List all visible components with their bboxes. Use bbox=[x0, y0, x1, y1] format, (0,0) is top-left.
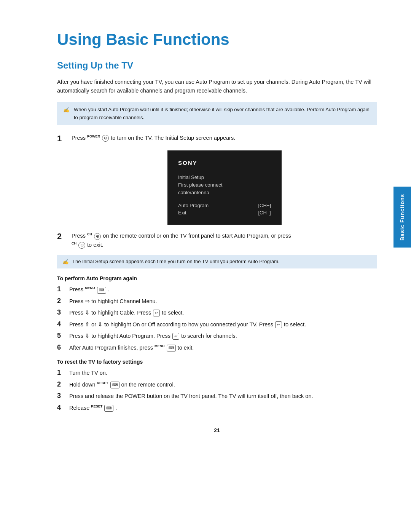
li-num: 2 bbox=[57, 380, 65, 389]
ch-label-top: CH bbox=[87, 233, 92, 236]
tv-menu-col-right: [CH+] [CH–] bbox=[258, 203, 271, 216]
list-item: 1 Press MENU ⌨ . bbox=[57, 285, 377, 294]
step-2-content: Press CH ⊕ on the remote control or on t… bbox=[72, 232, 377, 249]
li-content: Press ⇑ or ⇓ to highlight On or Off acco… bbox=[69, 320, 377, 329]
menu-label-sup: MENU bbox=[85, 286, 95, 290]
tv-line3: cable/antenna bbox=[178, 189, 271, 197]
tv-menu-autoprog: Auto Program bbox=[178, 203, 209, 208]
power-label: POWER bbox=[87, 134, 100, 138]
list-item: 4 Press ⇑ or ⇓ to highlight On or Off ac… bbox=[57, 320, 377, 329]
list-item: 2 Hold down RESET ⌨ on the remote contro… bbox=[57, 380, 377, 389]
step-1-text: to turn on the TV. The Initial Setup scr… bbox=[111, 135, 235, 141]
tv-ch-minus: [CH–] bbox=[258, 210, 271, 216]
note-box-2: ✍ The Initial Setup screen appears each … bbox=[57, 255, 377, 269]
ch-minus-icon: ⊖ bbox=[78, 242, 85, 249]
menu-label-sup2: MENU bbox=[155, 344, 165, 348]
menu-btn-icon: ⌨ bbox=[97, 287, 106, 294]
factory-reset-list: 1 Turn the TV on. 2 Hold down RESET ⌨ on… bbox=[57, 369, 377, 412]
intro-paragraph: After you have finished connecting your … bbox=[57, 78, 377, 95]
page-main-title: Using Basic Functions bbox=[57, 30, 377, 49]
li-num: 5 bbox=[57, 332, 65, 340]
reset-label-sup: RESET bbox=[97, 381, 108, 385]
tv-screen: SONY Initial Setup First please connect … bbox=[167, 150, 282, 225]
li-num: 1 bbox=[57, 369, 65, 377]
step-2-text: on the remote control or on the TV front… bbox=[103, 233, 291, 239]
list-item: 3 Press and release the POWER button on … bbox=[57, 392, 377, 400]
step-2-row: 2 Press CH ⊕ on the remote control or on… bbox=[57, 232, 377, 249]
step-1-section: 1 Press POWER ⊙ to turn on the TV. The I… bbox=[57, 134, 377, 225]
tv-brand: SONY bbox=[178, 160, 271, 166]
step-2-exit: to exit. bbox=[87, 242, 104, 248]
sub-heading-factory-reset: To reset the TV to factory settings bbox=[57, 359, 377, 365]
sub-heading-auto-program: To perform Auto Program again bbox=[57, 275, 377, 281]
select-btn-4: ↩ bbox=[275, 321, 282, 328]
li-content: Release RESET ⌨ . bbox=[69, 404, 377, 412]
side-tab-basic-functions: Basic Functions bbox=[393, 187, 411, 248]
li-content: After Auto Program finishes, press MENU … bbox=[69, 343, 377, 352]
li-content: Press MENU ⌨ . bbox=[69, 285, 377, 294]
note-icon-1: ✍ bbox=[63, 106, 70, 114]
tv-menu-exit: Exit bbox=[178, 210, 209, 216]
section-title-setup: Setting Up the TV bbox=[57, 60, 377, 71]
list-item: 1 Turn the TV on. bbox=[57, 369, 377, 377]
li-num: 3 bbox=[57, 392, 65, 400]
step-1-number: 1 bbox=[57, 134, 68, 144]
list-item: 6 After Auto Program finishes, press MEN… bbox=[57, 343, 377, 352]
list-item: 2 Press ⇒ to highlight Channel Menu. bbox=[57, 297, 377, 305]
note-icon-2: ✍ bbox=[62, 258, 69, 266]
li-content: Turn the TV on. bbox=[69, 369, 377, 377]
step-2-number: 2 bbox=[57, 232, 68, 241]
step-1-content: Press POWER ⊙ to turn on the TV. The Ini… bbox=[72, 134, 377, 142]
side-tab-label: Basic Functions bbox=[399, 193, 405, 240]
list-item: 4 Release RESET ⌨ . bbox=[57, 404, 377, 412]
select-btn-5: ↩ bbox=[172, 333, 179, 340]
tv-menu-col-left: Auto Program Exit bbox=[178, 203, 209, 216]
tv-ch-plus: [CH+] bbox=[258, 203, 271, 208]
li-num: 1 bbox=[57, 285, 65, 294]
reset-label-sup2: RESET bbox=[91, 404, 102, 408]
ch-label-bottom: CH bbox=[72, 241, 76, 245]
list-item: 3 Press ⇓ to highlight Cable. Press ↩ to… bbox=[57, 308, 377, 317]
li-num: 4 bbox=[57, 404, 65, 412]
tv-screen-wrapper: SONY Initial Setup First please connect … bbox=[72, 150, 377, 225]
select-btn-3: ↩ bbox=[153, 310, 160, 316]
li-num: 4 bbox=[57, 320, 65, 329]
page-number: 21 bbox=[57, 427, 377, 433]
ch-plus-icon: ⊕ bbox=[94, 233, 101, 240]
power-button-icon: ⊙ bbox=[102, 135, 109, 142]
li-num: 2 bbox=[57, 297, 65, 305]
note-box-1: ✍ When you start Auto Program wait until… bbox=[57, 102, 377, 125]
note-text-2: The Initial Setup screen appears each ti… bbox=[72, 258, 280, 266]
li-content: Press ⇓ to highlight Auto Program. Press… bbox=[69, 332, 377, 340]
tv-line2: First please connect bbox=[178, 181, 271, 189]
li-num: 3 bbox=[57, 308, 65, 317]
reset-btn-icon2: ⌨ bbox=[104, 405, 113, 412]
li-content: Hold down RESET ⌨ on the remote control. bbox=[69, 380, 377, 389]
note-text-1: When you start Auto Program wait until i… bbox=[74, 106, 371, 121]
li-num: 6 bbox=[57, 343, 65, 352]
list-item: 5 Press ⇓ to highlight Auto Program. Pre… bbox=[57, 332, 377, 340]
menu-btn-6: ⌨ bbox=[167, 345, 176, 351]
reset-btn-icon: ⌨ bbox=[110, 382, 119, 388]
li-content: Press ⇓ to highlight Cable. Press ↩ to s… bbox=[69, 308, 377, 317]
step-1-row: 1 Press POWER ⊙ to turn on the TV. The I… bbox=[57, 134, 377, 144]
tv-menu-row: Auto Program Exit [CH+] [CH–] bbox=[178, 203, 271, 216]
auto-program-list: 1 Press MENU ⌨ . 2 Press ⇒ to highlight … bbox=[57, 285, 377, 352]
li-content: Press ⇒ to highlight Channel Menu. bbox=[69, 297, 377, 305]
tv-line1: Initial Setup bbox=[178, 174, 271, 181]
li-content: Press and release the POWER button on th… bbox=[69, 392, 377, 400]
